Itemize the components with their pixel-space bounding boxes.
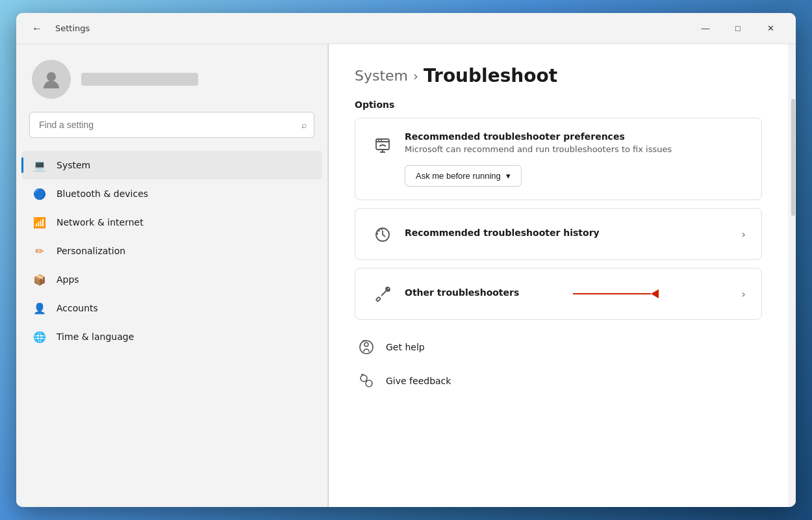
- sidebar-item-network[interactable]: 📶 Network & internet: [21, 208, 322, 237]
- dropdown-value: Ask me before running: [416, 171, 501, 181]
- get-help-label: Get help: [386, 342, 425, 352]
- nav-list: 💻 System 🔵 Bluetooth & devices 📶 Network…: [16, 148, 327, 507]
- sidebar-item-apps-label: Apps: [57, 274, 79, 285]
- options-section-title: Options: [355, 99, 762, 110]
- brush-icon: ✏️: [32, 243, 47, 259]
- title-bar: ← Settings — □ ✕: [16, 13, 796, 44]
- sidebar-item-accounts-label: Accounts: [57, 303, 98, 313]
- sidebar-item-bluetooth[interactable]: 🔵 Bluetooth & devices: [21, 179, 322, 208]
- sidebar: ⌕ 💻 System 🔵 Bluetooth & devices 📶 Netwo…: [16, 44, 328, 507]
- sidebar-item-system-label: System: [57, 160, 90, 170]
- content-area: ⌕ 💻 System 🔵 Bluetooth & devices 📶 Netwo…: [16, 44, 796, 507]
- sidebar-item-personalization[interactable]: ✏️ Personalization: [21, 237, 322, 265]
- recommended-history-icon: [371, 223, 394, 246]
- give-feedback-link[interactable]: Give feedback: [355, 364, 762, 398]
- breadcrumb-current: Troubleshoot: [424, 65, 557, 86]
- card-other-troubleshooters[interactable]: Other troubleshooters ›: [355, 268, 762, 320]
- dropdown-container: Ask me before running ▾: [405, 165, 746, 187]
- get-help-link[interactable]: Get help: [355, 330, 762, 364]
- avatar: [32, 60, 71, 99]
- wifi-icon: 📶: [32, 214, 47, 230]
- svg-point-0: [47, 72, 56, 81]
- card-other-troubleshooters-row: Other troubleshooters ›: [371, 281, 746, 306]
- search-bar: ⌕: [29, 112, 314, 138]
- sidebar-item-system[interactable]: 💻 System: [21, 151, 322, 179]
- arrow-head: [651, 289, 659, 298]
- title-bar-controls: — □ ✕: [691, 18, 785, 39]
- scrollbar-thumb[interactable]: [791, 99, 795, 216]
- sidebar-item-apps[interactable]: 📦 Apps: [21, 265, 322, 294]
- main-content: System › Troubleshoot Options: [329, 44, 788, 507]
- dropdown-chevron-icon: ▾: [506, 171, 511, 181]
- bottom-links: Get help Give feedback: [355, 330, 762, 398]
- svg-rect-1: [376, 139, 389, 150]
- back-button[interactable]: ←: [27, 20, 47, 37]
- ask-before-running-dropdown[interactable]: Ask me before running ▾: [405, 165, 522, 187]
- system-icon: 💻: [32, 157, 47, 173]
- sidebar-item-accounts[interactable]: 👤 Accounts: [21, 294, 322, 322]
- recommended-history-title: Recommended troubleshooter history: [405, 228, 731, 238]
- card-recommended-prefs-body: Recommended troubleshooter preferences M…: [405, 131, 746, 154]
- red-arrow: [573, 289, 659, 298]
- title-bar-left: ← Settings: [27, 20, 691, 37]
- breadcrumb-sep: ›: [413, 68, 418, 84]
- card-recommended-history-row: Recommended troubleshooter history ›: [371, 222, 746, 246]
- close-button[interactable]: ✕: [755, 18, 785, 39]
- accounts-icon: 👤: [32, 300, 47, 316]
- recommended-history-chevron-icon: ›: [742, 228, 746, 240]
- bluetooth-icon: 🔵: [32, 186, 47, 202]
- recommended-prefs-desc: Microsoft can recommend and run troubles…: [405, 144, 746, 154]
- window-title: Settings: [55, 23, 90, 33]
- give-feedback-icon: [357, 372, 375, 390]
- card-recommended-history[interactable]: Recommended troubleshooter history ›: [355, 208, 762, 260]
- card-recommended-prefs[interactable]: Recommended troubleshooter preferences M…: [355, 118, 762, 200]
- svg-rect-7: [376, 297, 381, 302]
- sidebar-item-time[interactable]: 🌐 Time & language: [21, 322, 322, 351]
- sidebar-item-time-label: Time & language: [57, 332, 134, 342]
- other-troubleshooters-title: Other troubleshooters: [405, 287, 563, 298]
- svg-point-12: [364, 343, 368, 346]
- profile-section: [16, 44, 327, 112]
- apps-icon: 📦: [32, 272, 47, 287]
- sidebar-item-personalization-label: Personalization: [57, 246, 125, 256]
- other-troubleshooters-chevron-icon: ›: [742, 288, 746, 300]
- recommended-prefs-icon: [371, 133, 394, 156]
- search-input[interactable]: [29, 112, 314, 138]
- svg-point-3: [381, 140, 382, 141]
- svg-point-2: [378, 140, 379, 141]
- recommended-prefs-title: Recommended troubleshooter preferences: [405, 131, 746, 142]
- sidebar-item-bluetooth-label: Bluetooth & devices: [57, 188, 148, 199]
- time-icon: 🌐: [32, 329, 47, 344]
- get-help-icon: [357, 338, 375, 356]
- breadcrumb: System › Troubleshoot: [355, 65, 762, 86]
- card-recommended-history-body: Recommended troubleshooter history: [405, 228, 731, 240]
- settings-window: ← Settings — □ ✕: [16, 13, 796, 507]
- main-wrapper: System › Troubleshoot Options: [329, 44, 796, 507]
- other-troubleshooters-icon: [371, 283, 394, 306]
- breadcrumb-parent[interactable]: System: [355, 68, 408, 84]
- arrow-line: [573, 293, 651, 294]
- minimize-button[interactable]: —: [691, 18, 720, 39]
- card-other-troubleshooters-body: Other troubleshooters: [405, 287, 563, 300]
- maximize-button[interactable]: □: [723, 18, 753, 39]
- card-recommended-prefs-header: Recommended troubleshooter preferences M…: [371, 131, 746, 156]
- scrollbar-track[interactable]: [788, 44, 796, 507]
- user-name-placeholder: [81, 73, 198, 86]
- give-feedback-label: Give feedback: [386, 376, 451, 386]
- arrow-indicator: [573, 289, 731, 298]
- sidebar-item-network-label: Network & internet: [57, 217, 144, 228]
